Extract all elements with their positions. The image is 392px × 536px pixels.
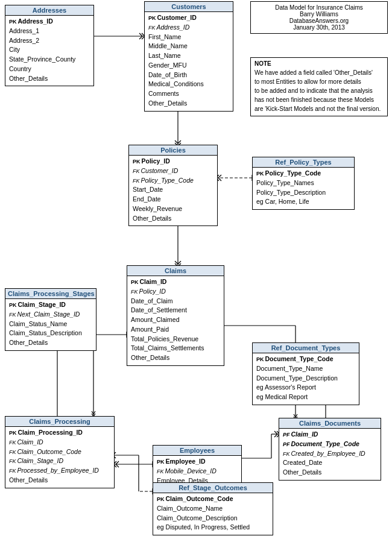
- field-policy-other: Other_Details: [133, 214, 213, 224]
- field-doc-type-code: PKDocument_Type_Code: [256, 355, 355, 364]
- field-next-claim-stage: FKNext_Claim_Stage_ID: [9, 310, 92, 320]
- field-mobile-device: FKMobile_Device_ID: [157, 467, 238, 476]
- entity-cp-body: PKClaim_Processing_ID FKClaim_ID FKClaim…: [5, 427, 114, 488]
- entity-ref-doc-types: Ref_Document_Types PKDocument_Type_Code …: [252, 342, 359, 405]
- field-city: City: [9, 45, 90, 55]
- field-doc-type-desc: Document_Type_Description: [256, 374, 355, 383]
- entity-employees-title: Employees: [153, 446, 241, 456]
- svg-line-22: [178, 261, 181, 264]
- entity-ref-doc-body: PKDocument_Type_Code Document_Type_Name …: [253, 353, 359, 405]
- field-start-date: Start_Date: [133, 185, 213, 195]
- field-cd-employee: FKCreated_by_Employee_ID: [283, 449, 377, 459]
- svg-line-69: [274, 431, 277, 434]
- field-claim-id: PKClaim_ID: [131, 277, 220, 287]
- entity-cps-body: PKClaim_Stage_ID FKNext_Claim_Stage_ID C…: [5, 299, 96, 350]
- field-cp-id: PKClaim_Processing_ID: [9, 428, 110, 438]
- field-policy-type-desc: Policy_Type_Description: [256, 188, 350, 198]
- entity-claims-title: Claims: [127, 266, 224, 276]
- info-box-title: Data Model for Insurance Claims Barry Wi…: [250, 1, 388, 34]
- entity-addresses-title: Addresses: [5, 5, 93, 16]
- field-employee-id: PKEmployee_ID: [157, 457, 238, 467]
- svg-line-47: [294, 414, 296, 417]
- field-medical: Medical_Conditions: [148, 80, 229, 89]
- svg-line-9: [175, 140, 178, 143]
- entity-addresses-body: PKAddress_ID Address_1 Address_2 City St…: [5, 16, 93, 86]
- field-state: State_Province_County: [9, 55, 90, 65]
- svg-line-15: [218, 175, 221, 178]
- svg-line-41: [93, 411, 95, 414]
- field-doc-type-name: Document_Type_Name: [256, 364, 355, 374]
- field-comments: Comments: [148, 89, 229, 99]
- field-address-id: PKAddress_ID: [9, 17, 90, 27]
- field-outcome-code: PKClaim_Outcome_Code: [157, 494, 269, 504]
- entity-ref-doc-title: Ref_Document_Types: [253, 343, 359, 353]
- entity-claims-processing: Claims_Processing PKClaim_Processing_ID …: [5, 416, 115, 488]
- entity-addresses: Addresses PKAddress_ID Address_1 Address…: [5, 5, 94, 86]
- entity-cp-title: Claims_Processing: [5, 417, 114, 427]
- note-text: We have added a field called 'Other_Deta…: [254, 68, 384, 113]
- info-subtitle: Barry Williams: [254, 11, 384, 17]
- entity-policies-body: PKPolicy_ID FKCustomer_ID FKPolicy_Type_…: [129, 156, 217, 225]
- field-middle-name: Middle_Name: [148, 42, 229, 51]
- field-outcome-name: Claim_Outcome_Name: [157, 504, 269, 514]
- field-policy-customer: FKCustomer_ID: [133, 166, 213, 176]
- entity-customers-title: Customers: [145, 2, 233, 12]
- field-amount-paid: Amount_Paid: [131, 325, 220, 335]
- entity-rso-body: PKClaim_Outcome_Code Claim_Outcome_Name …: [153, 493, 273, 535]
- field-cd-claim-id: PFClaim_ID: [283, 430, 377, 440]
- info-date: January 30th, 2013: [254, 24, 384, 31]
- field-amount-claimed: Amount_Claimed: [131, 315, 220, 325]
- entity-policies-title: Policies: [129, 145, 217, 156]
- svg-line-70: [274, 434, 277, 437]
- field-policy-eg: eg Car, Home, Life: [256, 197, 350, 207]
- field-first-name: First_Name: [148, 33, 229, 42]
- entity-rso-title: Ref_Stage_Outcomes: [153, 483, 273, 493]
- field-doc-eg-medical: eg Medical Report: [256, 393, 355, 402]
- field-last-name: Last_Name: [148, 51, 229, 61]
- svg-line-21: [175, 261, 178, 264]
- field-cp-other: Other_Details: [9, 476, 110, 485]
- field-cp-outcome: FKClaim_Outcome_Code: [9, 447, 110, 457]
- field-dob: Date_of_Birth: [148, 71, 229, 80]
- entity-claims-body: PKClaim_ID FKPolicy_ID Date_of_Claim Dat…: [127, 276, 224, 365]
- field-address-2: Address_2: [9, 36, 90, 46]
- info-org: DatabaseAnswers.org: [254, 17, 384, 24]
- field-claim-status-name: Claim_Status_Name: [9, 320, 92, 329]
- field-policy-type: FKPolicy_Type_Code: [133, 176, 213, 186]
- entity-customers-body: PKCustomer_ID FKAddress_ID First_Name Mi…: [145, 12, 233, 111]
- svg-line-61: [116, 461, 119, 464]
- entity-customers: Customers PKCustomer_ID FKAddress_ID Fir…: [144, 1, 233, 112]
- entity-ref-stage-outcomes: Ref_Stage_Outcomes PKClaim_Outcome_Code …: [153, 482, 273, 535]
- field-outcome-eg: eg Disputed, In Progress, Settled: [157, 523, 269, 532]
- svg-line-40: [92, 411, 93, 414]
- field-date-of-settlement: Date_of_Settlement: [131, 306, 220, 315]
- field-cd-doc-type: PFDocument_Type_Code: [283, 440, 377, 449]
- field-cp-employee: FKProcessed_by_Employee_ID: [9, 466, 110, 476]
- svg-line-10: [178, 140, 181, 143]
- field-cp-claim-id: FKClaim_ID: [9, 438, 110, 447]
- entity-policies: Policies PKPolicy_ID FKCustomer_ID FKPol…: [128, 145, 218, 226]
- entity-claims-processing-stages: Claims_Processing_Stages PKClaim_Stage_I…: [5, 288, 96, 351]
- field-policy-type-names: Policy_Type_Names: [256, 178, 350, 188]
- field-claim-policy: FKPolicy_ID: [131, 287, 220, 297]
- entity-cps-title: Claims_Processing_Stages: [5, 289, 96, 299]
- field-total-claims-settle: Total_Claims_Settlements: [131, 344, 220, 353]
- field-doc-eg-assessor: eg Assessor's Report: [256, 383, 355, 393]
- entity-claims-documents: Claims_Documents PFClaim_ID PFDocument_T…: [279, 418, 381, 481]
- entity-ref-policy-body: PKPolicy_Type_Code Policy_Type_Names Pol…: [253, 168, 354, 209]
- note-title: NOTE: [254, 60, 384, 67]
- entity-ref-policy-title: Ref_Policy_Types: [253, 157, 354, 168]
- field-claim-stage-id: PKClaim_Stage_ID: [9, 300, 92, 310]
- info-title-line1: Data Model for Insurance Claims: [254, 4, 384, 11]
- field-customer-other: Other_Details: [148, 99, 229, 109]
- field-gender: Gender_MFU: [148, 61, 229, 71]
- field-customer-id: PKCustomer_ID: [148, 13, 229, 23]
- field-policy-type-code: PKPolicy_Type_Code: [256, 169, 350, 178]
- field-claim-status-desc: Claim_Status_Description: [9, 329, 92, 338]
- svg-line-4: [139, 36, 142, 39]
- field-customer-address: FKAddress_ID: [148, 23, 229, 33]
- field-policy-id: PKPolicy_ID: [133, 157, 213, 166]
- field-date-of-claim: Date_of_Claim: [131, 297, 220, 306]
- entity-cd-title: Claims_Documents: [279, 418, 381, 429]
- field-address-other: Other_Details: [9, 74, 90, 84]
